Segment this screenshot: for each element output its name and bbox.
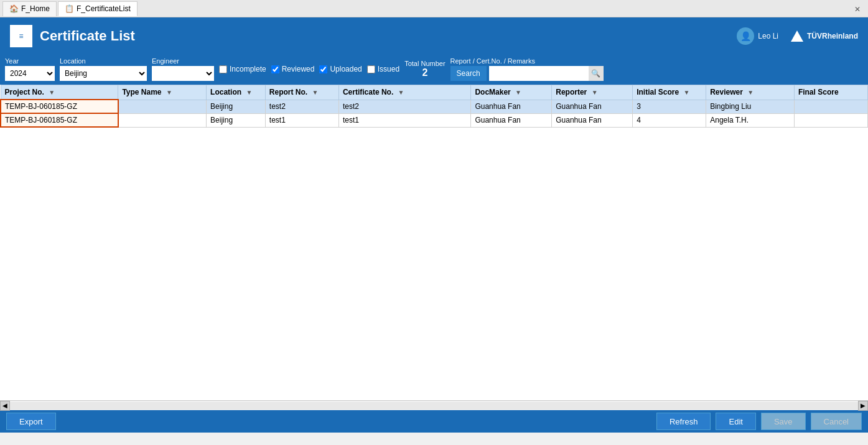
tuv-logo: TÜVRheinland (791, 30, 858, 42)
col-certificate-no-filter-icon[interactable]: ▼ (398, 89, 404, 96)
col-reviewer-filter-icon[interactable]: ▼ (747, 89, 754, 96)
reviewed-label: Reviewed (282, 65, 315, 73)
cell-type_name-row-1[interactable] (118, 113, 207, 127)
horizontal-scrollbar[interactable]: ◀ ▶ (0, 400, 868, 410)
page-title: Certificate List (40, 28, 737, 44)
table-row[interactable]: TEMP-BJ-060185-GZBeijingtest2test2Guanhu… (1, 100, 868, 113)
export-button[interactable]: Export (6, 413, 56, 430)
engineer-filter-group: Engineer (152, 57, 214, 81)
cell-reporter-row-0[interactable]: Guanhua Fan (552, 100, 633, 113)
header-icon-symbol: ≡ (19, 32, 23, 40)
cell-doc_maker-row-1[interactable]: Guanhua Fan (471, 113, 552, 127)
location-label: Location (60, 57, 147, 65)
cell-report_no-row-1[interactable]: test1 (265, 113, 338, 127)
col-initial-score[interactable]: Initial Score ▼ (633, 85, 706, 100)
col-doc-maker-filter-icon[interactable]: ▼ (515, 89, 521, 96)
col-project-no-filter-icon[interactable]: ▼ (49, 89, 55, 96)
col-location-filter-icon[interactable]: ▼ (246, 89, 252, 96)
col-report-no[interactable]: Report No. ▼ (265, 85, 338, 100)
scroll-track[interactable] (10, 402, 858, 410)
incomplete-checkbox[interactable] (219, 65, 227, 73)
cell-report_no-row-0[interactable]: test2 (265, 100, 338, 113)
col-certificate-no-label: Certificate No. (343, 88, 393, 96)
year-filter-group: Year 2024 2023 2022 (5, 57, 55, 81)
col-type-name-label: Type Name (122, 88, 161, 96)
issued-checkbox[interactable] (367, 65, 375, 73)
cell-location-row-0[interactable]: Beijing (207, 100, 266, 113)
tab-home[interactable]: 🏠 F_Home (2, 1, 57, 16)
col-report-no-filter-icon[interactable]: ▼ (312, 89, 319, 96)
edit-button[interactable]: Edit (716, 413, 755, 430)
col-project-no-label: Project No. (5, 88, 44, 96)
cell-doc_maker-row-0[interactable]: Guanhua Fan (471, 100, 552, 113)
cell-final_score-row-1[interactable] (794, 113, 867, 127)
search-label: Report / Cert.No. / Remarks (450, 57, 604, 65)
col-project-no[interactable]: Project No. ▼ (1, 85, 118, 100)
col-reviewer-label: Reviewer (710, 88, 743, 96)
cell-project_no-row-1[interactable]: TEMP-BJ-060185-GZ (1, 113, 118, 127)
search-icon-button[interactable]: 🔍 (589, 66, 604, 81)
cell-reviewer-row-0[interactable]: Bingbing Liu (706, 100, 795, 113)
user-name: Leo Li (758, 32, 778, 40)
cancel-button[interactable]: Cancel (811, 413, 862, 430)
col-type-name-filter-icon[interactable]: ▼ (166, 89, 172, 96)
magnifier-icon: 🔍 (591, 69, 600, 78)
tab-home-label: F_Home (21, 4, 50, 13)
table-header-row: Project No. ▼ Type Name ▼ Location ▼ Rep… (1, 85, 868, 100)
scroll-right-arrow[interactable]: ▶ (858, 401, 868, 411)
col-reviewer[interactable]: Reviewer ▼ (706, 85, 795, 100)
cell-type_name-row-0[interactable] (118, 100, 207, 113)
col-final-score-label: Final Score (798, 88, 839, 96)
col-reporter-filter-icon[interactable]: ▼ (592, 89, 598, 96)
search-input[interactable] (489, 66, 589, 81)
cell-location-row-1[interactable]: Beijing (207, 113, 266, 127)
cell-certificate_no-row-1[interactable]: test1 (338, 113, 471, 127)
col-location-label: Location (210, 88, 241, 96)
table-body: TEMP-BJ-060185-GZBeijingtest2test2Guanhu… (1, 100, 868, 127)
uploaded-checkbox[interactable] (319, 65, 327, 73)
location-select[interactable]: Beijing Shanghai Guangzhou (60, 66, 147, 81)
reviewed-checkbox[interactable] (271, 65, 279, 73)
col-type-name[interactable]: Type Name ▼ (118, 85, 207, 100)
cell-reporter-row-1[interactable]: Guanhua Fan (552, 113, 633, 127)
col-reporter-label: Reporter (556, 88, 587, 96)
tab-certlist-label: F_CertificateList (77, 4, 131, 13)
header-icon: ≡ (10, 25, 32, 47)
year-select[interactable]: 2024 2023 2022 (5, 66, 55, 81)
engineer-select[interactable] (152, 66, 214, 81)
incomplete-label: Incomplete (230, 65, 266, 73)
certlist-tab-icon: 📋 (65, 4, 74, 13)
refresh-button[interactable]: Refresh (656, 413, 711, 430)
col-doc-maker[interactable]: DocMaker ▼ (471, 85, 552, 100)
scroll-left-arrow[interactable]: ◀ (0, 401, 10, 411)
col-final-score[interactable]: Final Score (794, 85, 867, 100)
tab-certlist[interactable]: 📋 F_CertificateList (58, 1, 138, 16)
tuv-triangle-icon (791, 30, 803, 42)
home-tab-icon: 🏠 (9, 4, 19, 13)
cell-initial_score-row-1[interactable]: 4 (633, 113, 706, 127)
cell-certificate_no-row-0[interactable]: test2 (338, 100, 471, 113)
table-container: Project No. ▼ Type Name ▼ Location ▼ Rep… (0, 85, 868, 400)
cell-reviewer-row-1[interactable]: Angela T.H. (706, 113, 795, 127)
col-location[interactable]: Location ▼ (207, 85, 266, 100)
cell-project_no-row-0[interactable]: TEMP-BJ-060185-GZ (1, 100, 118, 113)
year-label: Year (5, 57, 55, 65)
col-certificate-no[interactable]: Certificate No. ▼ (338, 85, 471, 100)
filter-bar: Year 2024 2023 2022 Location Beijing Sha… (0, 55, 868, 85)
col-initial-score-filter-icon[interactable]: ▼ (684, 89, 690, 96)
col-initial-score-label: Initial Score (637, 88, 679, 96)
issued-label: Issued (378, 65, 399, 73)
save-button[interactable]: Save (761, 413, 806, 430)
location-filter-group: Location Beijing Shanghai Guangzhou (60, 57, 147, 81)
user-info: 👤 Leo Li (737, 27, 778, 45)
col-reporter[interactable]: Reporter ▼ (552, 85, 633, 100)
total-number-label: Total Number (404, 60, 445, 67)
cell-final_score-row-0[interactable] (794, 100, 867, 113)
table-row[interactable]: TEMP-BJ-060185-GZBeijingtest1test1Guanhu… (1, 113, 868, 127)
total-number-group: Total Number 2 (404, 60, 445, 78)
search-row: Search 🔍 (450, 66, 604, 81)
window-close-button[interactable]: ✕ (849, 4, 866, 14)
search-button[interactable]: Search (450, 66, 487, 81)
col-report-no-label: Report No. (269, 88, 307, 96)
cell-initial_score-row-0[interactable]: 3 (633, 100, 706, 113)
